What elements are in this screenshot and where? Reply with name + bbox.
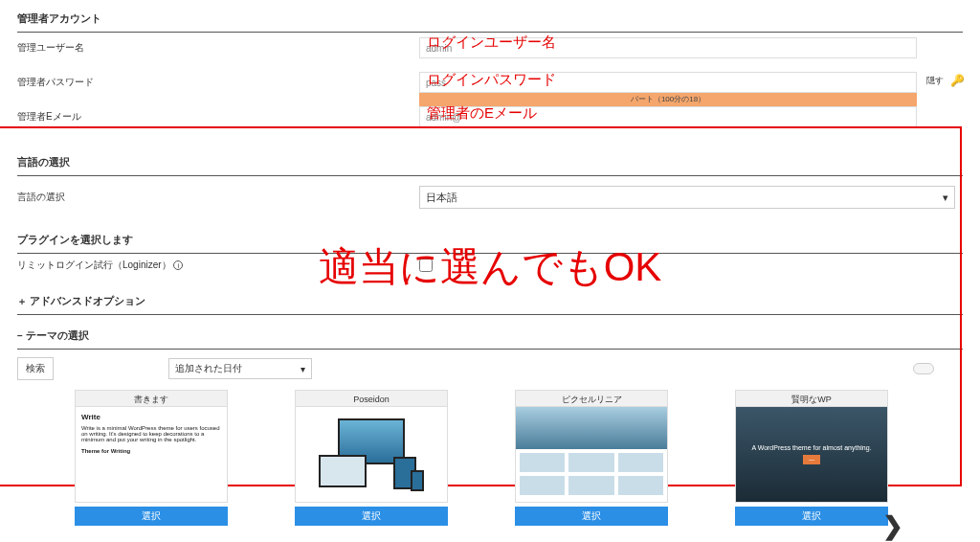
theme-select-button[interactable]: 選択 xyxy=(515,507,668,526)
theme-select-button[interactable]: 選択 xyxy=(295,507,448,526)
info-icon[interactable]: i xyxy=(173,260,183,270)
section-plugins: プラグインを選択します xyxy=(17,227,963,254)
theme-thumbnail: Write Write is a minimal WordPress theme… xyxy=(75,407,228,503)
theme-search-button[interactable]: 検索 xyxy=(17,357,54,380)
theme-toggle[interactable] xyxy=(913,363,934,374)
admin-password-input[interactable] xyxy=(419,72,917,93)
footer-install: インストール インストール xyxy=(17,526,963,542)
theme-card-poseidon[interactable]: Poseidon 選択 xyxy=(295,390,448,526)
theme-title: ピクセルリニア xyxy=(515,390,668,407)
row-admin-password: 管理者パスワード ログインパスワード バート（100分の18） 隠す 🔑 xyxy=(17,63,963,102)
collapse-icon[interactable]: − xyxy=(17,330,23,341)
expand-icon[interactable]: ＋ xyxy=(17,296,27,306)
language-select[interactable]: 日本語 ▾ xyxy=(419,186,955,209)
theme-card-write[interactable]: 書きます Write Write is a minimal WordPress … xyxy=(75,390,228,526)
admin-email-input[interactable] xyxy=(419,106,917,127)
row-loginizer: リミットログイン試行（Loginizer） i xyxy=(17,254,963,277)
theme-card-pixel[interactable]: ピクセルリニア 選択 xyxy=(515,390,668,526)
theme-thumbnail xyxy=(515,407,668,503)
themes-header-text: テーマの選択 xyxy=(26,329,89,341)
theme-title: 賢明なWP xyxy=(735,390,888,407)
label-language: 言語の選択 xyxy=(17,191,209,204)
theme-sort-value: 追加された日付 xyxy=(175,362,242,375)
caret-down-icon: ▾ xyxy=(943,192,948,204)
theme-thumbnail xyxy=(295,407,448,503)
theme-select-button[interactable]: 選択 xyxy=(735,507,888,526)
theme-card-wp[interactable]: 賢明なWP A WordPress theme for almost anyth… xyxy=(735,390,888,526)
section-advanced: ＋ アドバンスドオプション xyxy=(17,288,963,315)
section-language: 言語の選択 xyxy=(17,149,963,176)
theme-title: 書きます xyxy=(75,390,228,407)
advanced-header-text: アドバンスドオプション xyxy=(30,295,145,306)
loginizer-checkbox[interactable] xyxy=(419,259,433,272)
language-value: 日本語 xyxy=(426,191,457,205)
label-admin-username: 管理ユーザー名 xyxy=(17,41,209,55)
row-admin-username: 管理ユーザー名 ログインユーザー名 xyxy=(17,33,963,63)
label-admin-password: 管理者パスワード xyxy=(17,76,209,89)
theme-select-button[interactable]: 選択 xyxy=(75,507,228,526)
label-admin-email: 管理者Eメール xyxy=(17,110,209,124)
row-admin-email: 管理者Eメール 管理者のEメール xyxy=(17,102,963,132)
theme-wp-tagline: A WordPress theme for almost anything. xyxy=(751,444,871,451)
row-language: 言語の選択 日本語 ▾ xyxy=(17,176,963,214)
label-loginizer: リミットログイン試行（Loginizer） i xyxy=(17,259,419,272)
password-hide-toggle[interactable]: 隠す xyxy=(926,75,944,87)
key-icon[interactable]: 🔑 xyxy=(950,74,965,87)
admin-username-input[interactable] xyxy=(419,37,917,58)
caret-down-icon: ▾ xyxy=(301,364,305,374)
theme-thumbnail: A WordPress theme for almost anything. — xyxy=(735,407,888,503)
theme-sort-select[interactable]: 追加された日付 ▾ xyxy=(168,358,312,379)
theme-title: Poseidon xyxy=(295,390,448,407)
section-admin-account: 管理者アカウント xyxy=(17,6,963,33)
section-themes: − テーマの選択 xyxy=(17,323,963,350)
themes-grid: 書きます Write Write is a minimal WordPress … xyxy=(17,384,963,526)
row-theme-controls: 検索 追加された日付 ▾ xyxy=(17,350,963,384)
